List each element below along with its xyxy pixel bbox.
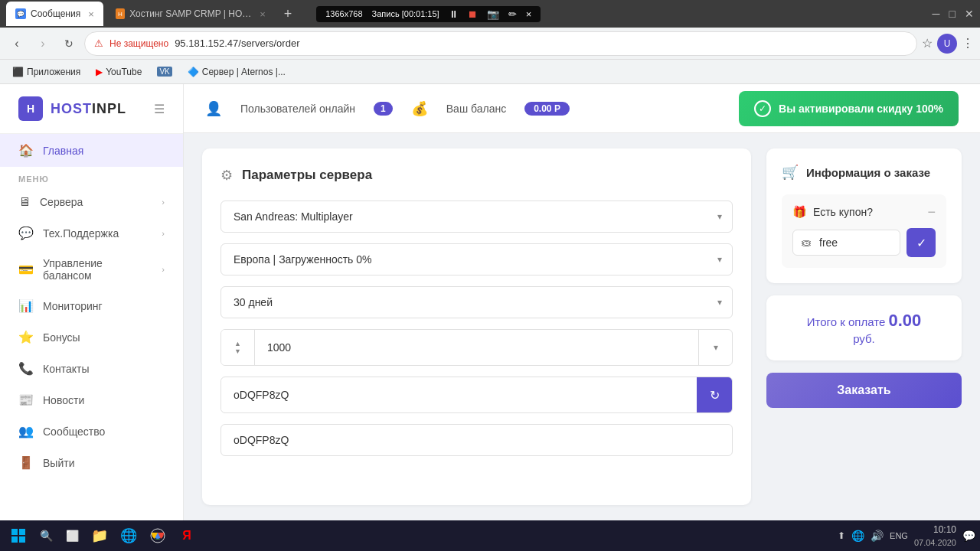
taskbar-up-icon[interactable]: ⬆ xyxy=(838,530,845,541)
location-select[interactable]: Европа | Загруженность 0% xyxy=(220,243,733,276)
contacts-label: Контакты xyxy=(43,363,89,375)
coupon-icon: 🎁 xyxy=(792,205,807,219)
total-currency: руб. xyxy=(782,332,946,345)
tab-close-icon[interactable]: × xyxy=(88,8,94,20)
address-bar[interactable]: ⚠ Не защищено 95.181.152.47/servers/orde… xyxy=(84,31,917,56)
home-label: Главная xyxy=(43,145,83,157)
home-icon: 🏠 xyxy=(18,143,34,158)
file-explorer-btn[interactable]: 📁 xyxy=(86,522,113,549)
location-select-wrapper[interactable]: Европа | Загруженность 0% ▾ xyxy=(220,243,733,276)
coupon-section: 🎁 Есть купон? − 🎟 ✓ xyxy=(782,194,946,268)
new-tab-btn[interactable]: + xyxy=(278,6,299,22)
notifications-icon[interactable]: 💬 xyxy=(962,530,975,542)
menu-icon[interactable]: ⋮ xyxy=(962,36,974,51)
sidebar-item-news[interactable]: 📰 Новости xyxy=(0,384,183,416)
coupon-label: Есть купон? xyxy=(813,206,873,218)
coupon-collapse-btn[interactable]: − xyxy=(927,205,936,219)
server-params-card: ⚙ Параметры сервера San Andreas: Multipl… xyxy=(202,148,751,505)
monitoring-icon: 📊 xyxy=(18,298,34,313)
monitoring-label: Мониторинг xyxy=(43,300,103,312)
profile-icon[interactable]: U xyxy=(937,34,957,54)
taskbar-right: ⬆ 🌐 🔊 ENG 10:10 07.04.2020 💬 xyxy=(838,523,975,549)
bonuses-icon: ⭐ xyxy=(18,330,34,344)
sidebar-item-balance[interactable]: 💳 Управление балансом › xyxy=(0,249,183,290)
order-info-title: Информация о заказе xyxy=(806,166,930,179)
period-select[interactable]: 30 дней xyxy=(220,286,733,318)
stop-icon[interactable]: ⏹ xyxy=(468,8,478,20)
password-input[interactable] xyxy=(221,380,697,410)
sidebar-item-contacts[interactable]: 📞 Контакты xyxy=(0,353,183,384)
balance-value-badge: 0.00 Р xyxy=(524,102,570,116)
taskbar-time: 10:10 xyxy=(914,523,956,536)
bookmark-apps[interactable]: ⬛ Приложения xyxy=(6,65,87,79)
refresh-password-btn[interactable]: ↻ xyxy=(697,377,732,412)
slots-up-btn[interactable]: ▲ ▼ xyxy=(221,330,255,365)
search-taskbar-btn[interactable]: 🔍 xyxy=(34,523,58,548)
content-area: ⚙ Параметры сервера San Andreas: Multipl… xyxy=(184,133,980,520)
confirm-group xyxy=(220,424,733,456)
tab-hosting[interactable]: H Хостинг SAMP CRMP | HOSTIN... × xyxy=(106,2,275,26)
edge-btn[interactable]: 🌐 xyxy=(115,522,142,549)
game-select[interactable]: San Andreas: Multiplayer xyxy=(220,201,733,233)
bookmark-youtube[interactable]: ▶ YouTube xyxy=(90,65,148,79)
order-btn[interactable]: Заказать xyxy=(766,373,962,408)
chrome-btn[interactable] xyxy=(144,522,172,549)
bookmark-vk[interactable]: VK xyxy=(151,65,178,78)
back-btn[interactable]: ‹ xyxy=(6,33,28,54)
sidebar-item-monitoring[interactable]: 📊 Мониторинг xyxy=(0,290,183,321)
yandex-btn[interactable]: Я xyxy=(173,522,201,549)
secure-label: Не защищено xyxy=(109,38,168,49)
security-warning-icon: ⚠ xyxy=(94,37,103,49)
sidebar-item-bonuses[interactable]: ⭐ Бонусы xyxy=(0,321,183,353)
servers-label: Сервера xyxy=(40,196,83,208)
tab-hosting-close-icon[interactable]: × xyxy=(260,8,266,20)
sidebar-item-support[interactable]: 💬 Тех.Поддержка › xyxy=(0,217,183,249)
slots-input[interactable] xyxy=(255,332,698,363)
start-btn[interactable] xyxy=(5,522,32,549)
recording-resolution: 1366x768 xyxy=(325,9,362,18)
bookmark-icon[interactable]: ☆ xyxy=(922,36,933,51)
contacts-icon: 📞 xyxy=(18,361,34,376)
news-icon: 📰 xyxy=(18,393,34,407)
coupon-apply-btn[interactable]: ✓ xyxy=(906,228,936,257)
sidebar-item-community[interactable]: 👥 Сообщество xyxy=(0,416,183,447)
coupon-input-wrapper: 🎟 xyxy=(792,230,900,256)
sidebar-item-home[interactable]: 🏠 Главная xyxy=(0,134,183,167)
sidebar-item-logout[interactable]: 🚪 Выйти xyxy=(0,447,183,478)
camera-icon[interactable]: 📷 xyxy=(487,8,499,20)
volume-icon[interactable]: 🔊 xyxy=(871,530,884,542)
edit-icon[interactable]: ✏ xyxy=(508,8,517,20)
pause-icon[interactable]: ⏸ xyxy=(449,8,459,20)
recording-close-icon[interactable]: × xyxy=(526,8,532,20)
slots-dropdown-icon[interactable]: ▾ xyxy=(698,330,732,365)
order-info-card: 🛒 Информация о заказе 🎁 Есть купон? − xyxy=(766,148,962,283)
sidebar-item-servers[interactable]: 🖥 Сервера › xyxy=(0,187,183,217)
forward-btn[interactable]: › xyxy=(32,33,54,54)
logo-icon: H xyxy=(18,96,43,121)
coupon-input[interactable] xyxy=(819,230,880,255)
maximize-btn[interactable]: □ xyxy=(949,8,956,20)
bookmarks-bar: ⬛ Приложения ▶ YouTube VK 🔷 Сервер | Ate… xyxy=(0,60,980,84)
minimize-btn[interactable]: ─ xyxy=(933,8,940,20)
bookmark-aternos[interactable]: 🔷 Сервер | Aternos |... xyxy=(181,65,292,79)
task-view-btn[interactable]: ⬜ xyxy=(60,523,84,548)
recording-timer: Запись [00:01:15] xyxy=(372,9,439,18)
server-params-title: Параметры сервера xyxy=(242,168,372,183)
close-btn[interactable]: ✕ xyxy=(965,8,974,20)
balance-icon: 💳 xyxy=(18,262,34,277)
period-select-wrapper[interactable]: 30 дней ▾ xyxy=(220,286,733,318)
menu-toggle-icon[interactable]: ☰ xyxy=(154,102,165,116)
apps-icon: ⬛ xyxy=(12,67,24,77)
lang-indicator[interactable]: ENG xyxy=(890,531,908,540)
tab-messages[interactable]: 💬 Сообщения × xyxy=(6,2,103,26)
tab-hosting-icon: H xyxy=(116,8,125,19)
confirm-input[interactable] xyxy=(220,424,733,456)
network-icon[interactable]: 🌐 xyxy=(851,530,864,542)
servers-chevron: › xyxy=(162,197,165,207)
balance-label: Управление балансом xyxy=(43,257,152,282)
game-select-wrapper[interactable]: San Andreas: Multiplayer ▾ xyxy=(220,201,733,233)
server-params-icon: ⚙ xyxy=(220,167,233,184)
reload-btn[interactable]: ↻ xyxy=(58,33,80,54)
recording-bar: 1366x768 Запись [00:01:15] ⏸ ⏹ 📷 ✏ × xyxy=(316,6,541,22)
tab-hosting-label: Хостинг SAMP CRMP | HOSTIN... xyxy=(129,8,252,19)
